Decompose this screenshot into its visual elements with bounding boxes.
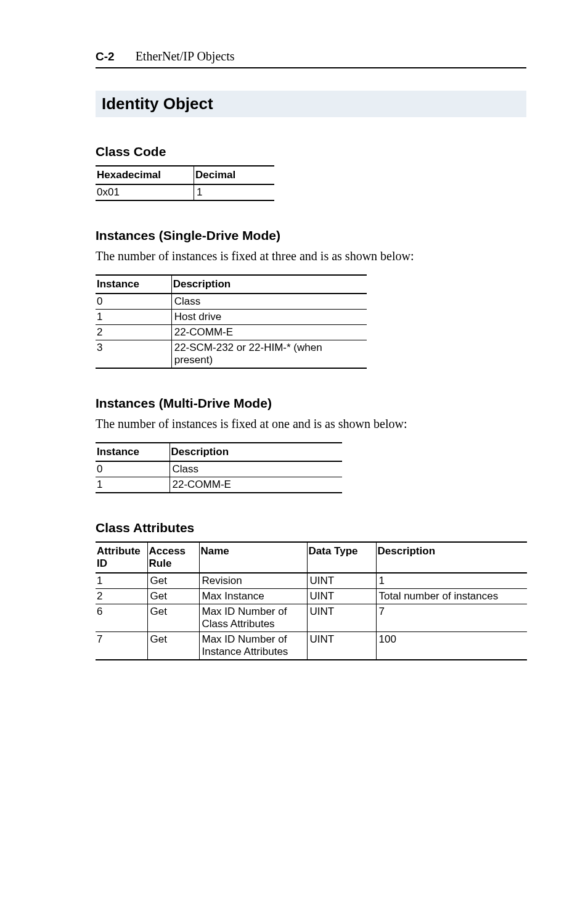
- cell: 3: [96, 340, 171, 369]
- instances-multi-intro: The number of instances is fixed at one …: [96, 417, 526, 431]
- col-access-rule: Access Rule: [147, 542, 199, 573]
- cell: Class: [169, 461, 342, 477]
- table-row: 2 22-COMM-E: [96, 325, 367, 340]
- col-decimal: Decimal: [194, 166, 275, 184]
- cell: 100: [376, 632, 527, 660]
- cell: 6: [96, 604, 147, 632]
- cell: Get: [147, 573, 199, 589]
- cell: 22-COMM-E: [171, 325, 367, 340]
- cell: 0x01: [96, 184, 194, 200]
- col-instance: Instance: [96, 275, 171, 294]
- cell: Total number of instances: [376, 589, 527, 604]
- cell: 0: [96, 294, 171, 310]
- cell: Get: [147, 589, 199, 604]
- table-row: 2 Get Max Instance UINT Total number of …: [96, 589, 527, 604]
- class-code-table: Hexadecimal Decimal 0x01 1: [96, 165, 274, 201]
- table-header-row: Instance Description: [96, 275, 367, 294]
- instances-single-table: Instance Description 0 Class 1 Host driv…: [96, 274, 367, 369]
- instances-single-heading: Instances (Single-Drive Mode): [96, 228, 526, 243]
- cell: UINT: [307, 573, 376, 589]
- cell: 2: [96, 589, 147, 604]
- table-row: 1 Get Revision UINT 1: [96, 573, 527, 589]
- cell: 1: [96, 477, 169, 493]
- col-description: Description: [171, 275, 367, 294]
- cell: 7: [96, 632, 147, 660]
- col-data-type: Data Type: [307, 542, 376, 573]
- cell: UINT: [307, 589, 376, 604]
- class-code-heading: Class Code: [96, 144, 526, 159]
- col-name: Name: [199, 542, 307, 573]
- table-row: 6 Get Max ID Number of Class Attributes …: [96, 604, 527, 632]
- col-instance: Instance: [96, 443, 169, 461]
- class-attributes-heading: Class Attributes: [96, 520, 526, 535]
- cell: UINT: [307, 604, 376, 632]
- cell: Get: [147, 604, 199, 632]
- cell: Class: [171, 294, 367, 310]
- page-number: C-2: [96, 50, 115, 64]
- col-hexadecimal: Hexadecimal: [96, 166, 194, 184]
- cell: 1: [96, 310, 171, 325]
- col-attribute-id: Attribute ID: [96, 542, 147, 573]
- table-row: 0 Class: [96, 294, 367, 310]
- class-attributes-table: Attribute ID Access Rule Name Data Type …: [96, 541, 527, 660]
- cell: 0: [96, 461, 169, 477]
- instances-single-intro: The number of instances is fixed at thre…: [96, 249, 526, 263]
- cell: 22-COMM-E: [169, 477, 342, 493]
- table-row: 1 Host drive: [96, 310, 367, 325]
- table-row: 0x01 1: [96, 184, 274, 200]
- page-header-title: EtherNet/IP Objects: [136, 49, 235, 64]
- col-description: Description: [376, 542, 527, 573]
- cell: 1: [96, 573, 147, 589]
- cell: 1: [376, 573, 527, 589]
- cell: Max Instance: [199, 589, 307, 604]
- table-header-row: Hexadecimal Decimal: [96, 166, 274, 184]
- col-description: Description: [169, 443, 342, 461]
- cell: 7: [376, 604, 527, 632]
- page-content: C-2 EtherNet/IP Objects Identity Object …: [0, 0, 588, 710]
- section-title: Identity Object: [96, 91, 526, 117]
- cell: UINT: [307, 632, 376, 660]
- cell: Max ID Number of Instance Attributes: [199, 632, 307, 660]
- page-header: C-2 EtherNet/IP Objects: [96, 49, 526, 68]
- instances-multi-heading: Instances (Multi-Drive Mode): [96, 396, 526, 411]
- table-row: 7 Get Max ID Number of Instance Attribut…: [96, 632, 527, 660]
- table-header-row: Attribute ID Access Rule Name Data Type …: [96, 542, 527, 573]
- cell: Host drive: [171, 310, 367, 325]
- cell: 22-SCM-232 or 22-HIM-* (when present): [171, 340, 367, 369]
- table-header-row: Instance Description: [96, 443, 342, 461]
- cell: Revision: [199, 573, 307, 589]
- cell: 1: [194, 184, 275, 200]
- cell: 2: [96, 325, 171, 340]
- table-row: 1 22-COMM-E: [96, 477, 342, 493]
- instances-multi-table: Instance Description 0 Class 1 22-COMM-E: [96, 442, 342, 493]
- table-row: 0 Class: [96, 461, 342, 477]
- cell: Get: [147, 632, 199, 660]
- table-row: 3 22-SCM-232 or 22-HIM-* (when present): [96, 340, 367, 369]
- cell: Max ID Number of Class Attributes: [199, 604, 307, 632]
